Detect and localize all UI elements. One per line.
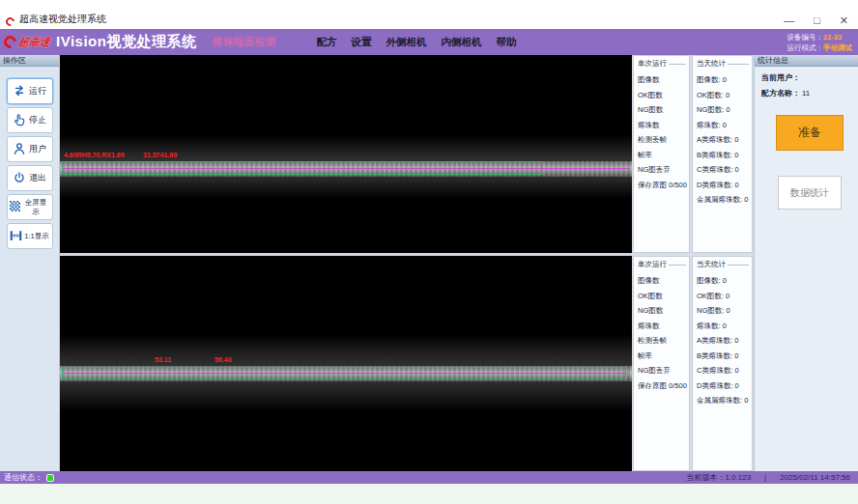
menu-inner-camera[interactable]: 内侧相机 <box>441 36 481 49</box>
statistics-info-panel: 统计信息 当前用户： 配方名称：11 准备 数据统计 <box>754 55 858 471</box>
menu-help[interactable]: 帮助 <box>496 36 516 49</box>
current-user-label: 当前用户： <box>761 73 800 82</box>
exit-button-label: 退出 <box>29 172 46 184</box>
comm-status-label: 通信状态： <box>4 472 43 483</box>
stat-row: NG图丢弃 <box>638 363 686 378</box>
window-titlebar: 超高速视觉处理系统 — □ ✕ <box>0 0 858 29</box>
single-run-box: 单次运行 图像数 OK图数 NG图数 熔珠数 检测丢帧 帧率 NG图丢弃 保存原… <box>633 55 690 253</box>
one-to-one-icon <box>10 230 22 243</box>
stat-row: NG图丢弃 <box>638 162 686 178</box>
menu-recipe[interactable]: 配方 <box>316 36 336 49</box>
stat-row: 检测丢帧 <box>638 333 686 349</box>
recipe-name-value: 11 <box>802 89 810 98</box>
close-button[interactable]: ✕ <box>840 15 848 26</box>
stop-button-label: 停止 <box>29 114 46 126</box>
stat-row: OK图数: 0 <box>697 289 749 304</box>
version-label: 当前版本： <box>686 473 725 482</box>
device-info: 设备编号：22-33 运行模式：手动调试 <box>787 32 853 53</box>
stop-button[interactable]: 停止 <box>7 107 53 133</box>
exit-button[interactable]: 退出 <box>7 165 53 191</box>
user-button-label: 用户 <box>29 143 46 155</box>
info-panel-title: 统计信息 <box>755 55 858 67</box>
maximize-button[interactable]: □ <box>814 15 820 26</box>
statistics-column: 单次运行 图像数 OK图数 NG图数 熔珠数 检测丢帧 帧率 NG图丢弃 保存原… <box>632 55 754 471</box>
stat-row: 图像数: 0 <box>697 273 749 289</box>
fullscreen-button[interactable]: 全屏显示 <box>7 194 53 220</box>
stat-row: B类熔珠数: 0 <box>697 148 749 163</box>
data-statistics-button[interactable]: 数据统计 <box>778 176 842 210</box>
stat-row: C类熔珠数: 0 <box>697 162 749 178</box>
run-button-label: 运行 <box>29 85 46 98</box>
stat-row: OK图数: 0 <box>697 88 749 103</box>
outer-camera-viewport[interactable]: 4.60RH5.70.RX1.69 31.5741.69 <box>60 55 632 253</box>
stat-row: 熔珠数 <box>638 118 686 133</box>
stat-row: C类熔珠数: 0 <box>697 363 749 378</box>
stat-row: NG图数 <box>638 303 686 319</box>
stop-hand-icon <box>13 113 26 128</box>
minimize-button[interactable]: — <box>784 15 794 26</box>
device-id-value: 22-33 <box>823 33 842 42</box>
stat-row: 金属屑熔珠数: 0 <box>697 192 749 208</box>
main-area: 操作区 运行 停止 用户 退出 全屏显示 <box>0 55 858 471</box>
app-subtitle: 熔珠端面检测 <box>212 35 275 49</box>
stat-row: A类熔珠数: 0 <box>697 333 749 349</box>
run-cycle-icon <box>13 84 26 99</box>
measurement-annotation: 31.5741.69 <box>143 152 177 159</box>
datetime-value: 2025/02/11 14:57:56 <box>780 473 850 482</box>
inner-camera-viewport[interactable]: 53.11 56.43 <box>60 256 632 471</box>
user-button[interactable]: 用户 <box>7 136 53 162</box>
run-button[interactable]: 运行 <box>7 78 53 104</box>
daily-stats-title: 当天统计 <box>697 260 749 269</box>
stat-row: 熔珠数: 0 <box>697 319 749 334</box>
single-run-box: 单次运行 图像数 OK图数 NG图数 熔珠数 检测丢帧 帧率 NG图丢弃 保存原… <box>633 256 690 471</box>
app-title: IVision视觉处理系统 <box>56 33 196 51</box>
device-id-label: 设备编号： <box>787 33 824 42</box>
stats-group-bottom: 单次运行 图像数 OK图数 NG图数 熔珠数 检测丢帧 帧率 NG图丢弃 保存原… <box>632 256 754 471</box>
stat-row: 熔珠数: 0 <box>697 118 749 133</box>
stats-group-top: 单次运行 图像数 OK图数 NG图数 熔珠数 检测丢帧 帧率 NG图丢弃 保存原… <box>632 55 754 253</box>
stat-row: OK图数 <box>638 289 686 304</box>
menu-settings[interactable]: 设置 <box>351 36 371 49</box>
one-to-one-button[interactable]: 1:1显示 <box>7 223 53 249</box>
user-icon <box>13 142 26 157</box>
menu-outer-camera[interactable]: 外侧相机 <box>386 36 426 49</box>
stat-row: 保存原图 0/500 <box>638 378 686 394</box>
status-bar: 通信状态： 当前版本：1.0.123 | 2025/02/11 14:57:56 <box>0 471 858 484</box>
measurement-annotation: 4.60RH5.70.RX1.69 <box>64 152 125 159</box>
version-value: 1.0.123 <box>725 473 751 482</box>
prepare-button[interactable]: 准备 <box>776 115 844 151</box>
sidebar-title: 操作区 <box>0 55 59 67</box>
stat-row: D类熔珠数: 0 <box>697 178 749 193</box>
stat-row: NG图数: 0 <box>697 303 749 319</box>
desktop-strip <box>0 484 858 504</box>
window-title: 超高速视觉处理系统 <box>19 13 106 26</box>
viewport-column: 4.60RH5.70.RX1.69 31.5741.69 53.11 56.43 <box>60 55 632 471</box>
stat-row: NG图数 <box>638 102 686 118</box>
comm-status-indicator <box>46 474 54 482</box>
stat-row: OK图数 <box>638 88 686 103</box>
status-separator: | <box>764 473 766 482</box>
main-menu: 配方 设置 外侧相机 内侧相机 帮助 <box>316 36 516 49</box>
stat-row: 帧率 <box>638 148 686 163</box>
run-mode-label: 运行模式： <box>787 43 824 52</box>
brand-logo: 超高速 <box>4 35 50 49</box>
stat-row: 图像数 <box>638 72 686 88</box>
single-run-title: 单次运行 <box>638 260 686 269</box>
fullscreen-dither-icon <box>10 201 20 213</box>
fullscreen-button-label: 全屏显示 <box>22 198 50 217</box>
app-header: 超高速 IVision视觉处理系统 熔珠端面检测 配方 设置 外侧相机 内侧相机… <box>0 29 858 55</box>
stat-row: 保存原图 0/500 <box>638 178 686 193</box>
stat-row: 熔珠数 <box>638 319 686 334</box>
single-run-title: 单次运行 <box>638 59 686 69</box>
daily-stats-box: 当天统计 图像数: 0 OK图数: 0 NG图数: 0 熔珠数: 0 A类熔珠数… <box>692 55 753 253</box>
stat-row: 金属屑熔珠数: 0 <box>697 393 749 408</box>
stat-row: D类熔珠数: 0 <box>697 378 749 394</box>
stat-row: 检测丢帧 <box>638 132 686 148</box>
brand-logo-text: 超高速 <box>17 35 51 49</box>
measurement-annotation: 53.11 <box>155 356 171 364</box>
laser-line <box>62 373 628 374</box>
stat-row: NG图数: 0 <box>697 102 749 118</box>
operation-sidebar: 操作区 运行 停止 用户 退出 全屏显示 <box>0 55 60 471</box>
brand-logo-icon <box>1 33 18 50</box>
stat-row: 图像数: 0 <box>697 72 749 88</box>
